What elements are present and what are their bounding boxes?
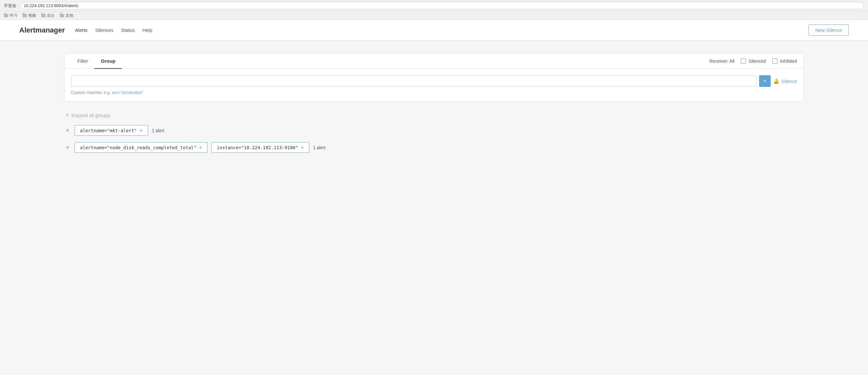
bookmark-label: 其他 — [65, 13, 73, 18]
address-bar[interactable]: 10.224.192.113:9093/#/alerts — [20, 2, 864, 9]
filter-body: + 🔔 Silence Custom matcher, e.g. env="pr… — [65, 69, 803, 101]
browser-chrome: 不安全 10.224.192.113:9093/#/alerts — [0, 0, 868, 11]
group-tag-label: alertname="mkt-alert" — [80, 128, 137, 133]
app: Alertmanager Alerts Silences Status Help… — [0, 20, 868, 375]
silenced-checkbox-group: Silenced — [741, 59, 766, 64]
group-tag: alertname="node_disk_reads_completed_tot… — [74, 142, 208, 153]
alert-count: 1 alert — [152, 128, 164, 133]
filter-add-button[interactable]: + — [759, 75, 771, 87]
alert-groups: + Expand all groups + alertname="mkt-ale… — [64, 112, 804, 166]
navbar: Alertmanager Alerts Silences Status Help… — [0, 20, 868, 40]
bookmark-label: 视频 — [28, 13, 36, 18]
alert-count: 1 alert — [313, 145, 326, 150]
custom-matcher-example[interactable]: env="production" — [112, 90, 144, 95]
filter-tabs: Filter Group Receiver: All Silenced Inhi… — [65, 54, 803, 69]
bookmark-backend[interactable]: 后台 — [41, 13, 55, 18]
custom-matcher-hint: Custom matcher, e.g. env="production" — [71, 90, 797, 95]
folder-icon — [41, 14, 45, 17]
group-tag-instance-add-button[interactable]: + — [301, 144, 304, 150]
brand: Alertmanager — [19, 26, 65, 34]
bookmarks-bar: 学习 视频 后台 其他 — [0, 11, 868, 20]
alert-group-row: + alertname="node_disk_reads_completed_t… — [64, 142, 804, 153]
silence-link[interactable]: 🔔 Silence — [773, 78, 797, 84]
inhibited-checkbox-group: Inhibited — [772, 59, 797, 64]
bookmark-label: 学习 — [10, 13, 17, 18]
filter-tabs-left: Filter Group — [71, 54, 122, 68]
bell-icon: 🔔 — [773, 78, 779, 84]
group-tag-add-button[interactable]: + — [140, 127, 143, 134]
folder-icon — [60, 14, 64, 17]
nav-links: Alerts Silences Status Help — [75, 27, 152, 33]
tab-filter[interactable]: Filter — [71, 54, 94, 69]
bookmark-video[interactable]: 视频 — [23, 13, 36, 18]
nav-link-alerts[interactable]: Alerts — [75, 27, 87, 33]
group-expand-icon[interactable]: + — [64, 127, 71, 134]
security-warning: 不安全 — [4, 3, 17, 9]
navbar-left: Alertmanager Alerts Silences Status Help — [19, 26, 152, 34]
filter-input[interactable] — [71, 76, 756, 87]
group-tag-label: alertname="node_disk_reads_completed_tot… — [80, 145, 196, 150]
group-expand-icon[interactable]: + — [64, 144, 71, 151]
folder-icon — [4, 14, 8, 17]
bookmark-label: 后台 — [47, 13, 55, 18]
new-silence-button[interactable]: New Silence — [809, 24, 849, 36]
group-tag-instance-label: instance="10.224.192.113:9100" — [217, 145, 298, 150]
expand-all[interactable]: + Expand all groups — [64, 112, 804, 119]
silenced-checkbox[interactable] — [741, 59, 746, 64]
inhibited-checkbox[interactable] — [772, 59, 777, 64]
group-tag: alertname="mkt-alert" + — [74, 125, 148, 136]
filter-tabs-right: Receiver: All Silenced Inhibited — [710, 59, 797, 64]
group-tag-add-button[interactable]: + — [199, 144, 202, 150]
bookmark-other[interactable]: 其他 — [60, 13, 73, 18]
silence-link-label: Silence — [781, 79, 797, 84]
expand-all-label: Expand all groups — [72, 113, 110, 118]
silenced-label: Silenced — [748, 59, 766, 64]
nav-link-status[interactable]: Status — [121, 27, 135, 33]
folder-icon — [23, 14, 27, 17]
group-tag-instance: instance="10.224.192.113:9100" + — [211, 142, 309, 153]
receiver-label: Receiver: All — [710, 59, 735, 64]
nav-link-silences[interactable]: Silences — [95, 27, 114, 33]
inhibited-label: Inhibited — [780, 59, 797, 64]
alert-group-row: + alertname="mkt-alert" + 1 alert — [64, 125, 804, 136]
filter-card: Filter Group Receiver: All Silenced Inhi… — [64, 53, 804, 102]
bookmark-xuexi[interactable]: 学习 — [4, 13, 17, 18]
main-content: Filter Group Receiver: All Silenced Inhi… — [0, 40, 868, 178]
filter-input-row: + 🔔 Silence — [71, 75, 797, 87]
expand-all-icon: + — [65, 112, 69, 119]
nav-link-help[interactable]: Help — [142, 27, 152, 33]
tab-group[interactable]: Group — [94, 54, 122, 69]
